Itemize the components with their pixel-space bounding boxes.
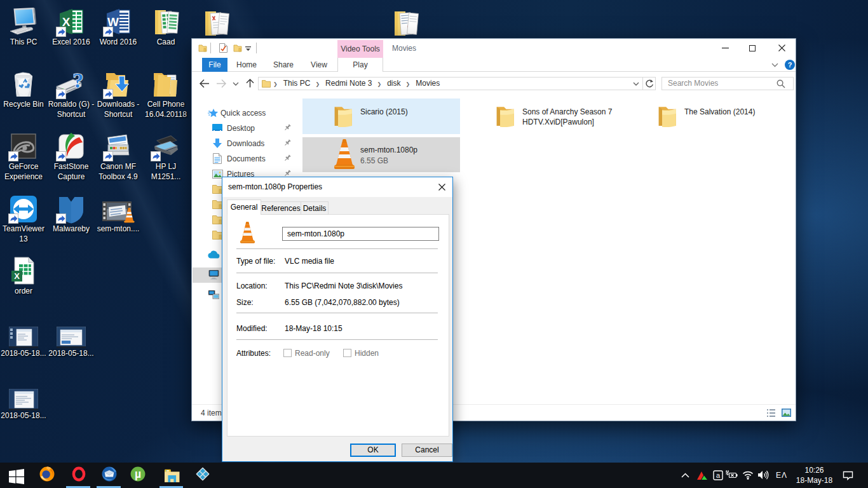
svg-text:µ: µ: [135, 468, 141, 480]
svg-text:a: a: [716, 471, 721, 479]
svg-text:?: ?: [73, 69, 84, 92]
svg-text:X: X: [14, 271, 20, 281]
